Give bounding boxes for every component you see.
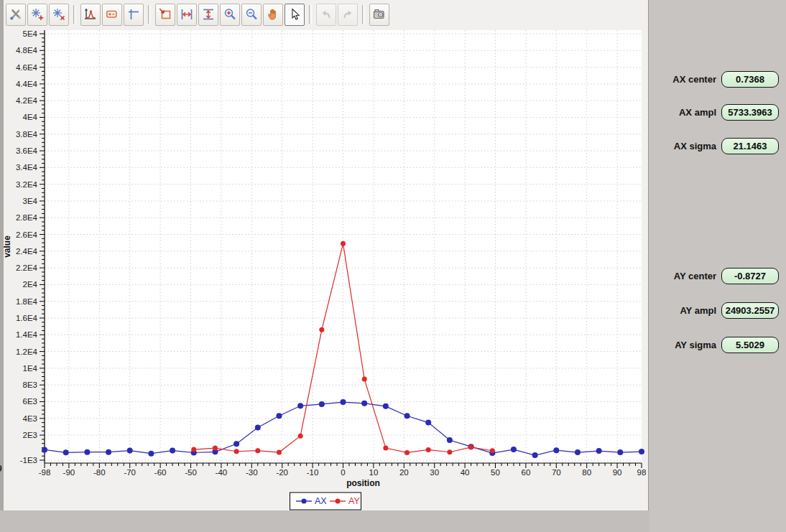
ax-data-point	[276, 413, 282, 419]
ax-sigma-row: AX sigma21.1463	[674, 138, 779, 154]
ay-data-point	[341, 241, 346, 246]
curve-fit-button[interactable]	[80, 4, 101, 26]
x-tick-label: 60	[521, 468, 530, 477]
zoom-rectangle-icon	[158, 7, 172, 22]
y-tick-label: 6E3	[23, 397, 37, 406]
ax-ampl-label: AX ampl	[679, 107, 716, 118]
toolbar-separator	[362, 5, 365, 24]
y-tick-label: 1.6E4	[16, 314, 38, 322]
legend-item-label[interactable]: AX	[315, 496, 327, 506]
y-tick-label: 3E4	[23, 197, 38, 205]
legend[interactable]: AXAY	[290, 493, 361, 510]
ax-data-point	[255, 425, 261, 431]
ax-data-point	[148, 451, 154, 457]
ay-sigma-value-field[interactable]: 5.5029	[721, 337, 779, 353]
zoom-in-button[interactable]	[220, 4, 240, 26]
ay-center-value-field[interactable]: -0.8727	[721, 268, 779, 284]
axes-button[interactable]	[124, 4, 144, 26]
ay-data-point	[468, 444, 473, 449]
undo-icon	[319, 7, 333, 22]
ay-data-point	[319, 327, 324, 332]
y-tick-label: 4.4E4	[16, 80, 38, 88]
ax-data-point	[106, 449, 111, 455]
pan-button[interactable]	[263, 4, 283, 26]
pointer-select-button[interactable]	[285, 4, 305, 26]
label-icon	[105, 7, 119, 22]
legend-item-label[interactable]: AY	[348, 496, 360, 506]
x-tick-label: -50	[185, 468, 197, 477]
ax-data-point	[511, 447, 517, 452]
x-axis-title: position	[346, 478, 380, 488]
ax-data-point	[553, 447, 559, 453]
zoom-rectangle-button[interactable]	[155, 4, 175, 26]
y-tick-label: 5E4	[23, 29, 38, 38]
ay-data-point	[404, 450, 410, 455]
y-tick-label: 4.2E4	[16, 96, 38, 105]
undo-button	[316, 4, 336, 26]
y-tick-label: 1.4E4	[16, 330, 38, 339]
curve-fit-icon	[83, 7, 98, 22]
label-button[interactable]	[102, 4, 122, 26]
ax-center-value-field[interactable]: 0.7368	[721, 71, 779, 88]
ax-ampl-row: AX ampl5733.3963	[679, 104, 779, 121]
ax-data-point	[425, 420, 431, 426]
ay-ampl-value-field[interactable]: 24903.2557	[721, 302, 779, 319]
ay-sigma-row: AY sigma5.5029	[675, 337, 779, 353]
ay-data-point	[298, 434, 303, 439]
ax-data-point	[361, 401, 367, 406]
ax-data-point	[532, 452, 538, 458]
ax-sigma-value-field[interactable]: 21.1463	[721, 138, 779, 154]
axes-icon	[126, 7, 141, 22]
add-marker-icon	[30, 7, 45, 22]
x-tick-label: 80	[582, 468, 591, 477]
x-tick-label: -30	[246, 468, 258, 477]
x-tick-label: 30	[430, 468, 439, 477]
ay-data-point	[426, 447, 431, 452]
ay-data-point	[213, 446, 218, 451]
expand-vertical-button[interactable]	[198, 4, 218, 26]
ay-center-label: AY center	[674, 271, 716, 281]
y-tick-label: 4.6E4	[16, 63, 38, 72]
expand-horizontal-icon	[180, 7, 194, 22]
ax-data-point	[404, 413, 410, 419]
toolbar-separator	[309, 5, 312, 24]
ax-data-point	[319, 401, 325, 407]
add-marker-button[interactable]	[27, 4, 47, 26]
ax-data-point	[170, 448, 175, 454]
tools-icon	[9, 7, 23, 22]
snapshot-button[interactable]	[369, 4, 389, 26]
ay-data-point	[191, 447, 196, 452]
ax-data-point	[84, 449, 90, 455]
ay-sigma-label: AY sigma	[675, 340, 716, 350]
expand-vertical-icon	[201, 7, 216, 22]
y-tick-label: 3.2E4	[16, 180, 38, 189]
chart[interactable]: -98-90-80-70-60-50-40-30-20-100102030405…	[4, 27, 649, 512]
ay-data-point	[255, 448, 260, 453]
x-tick-label: -40	[216, 468, 228, 477]
pan-icon	[266, 7, 280, 22]
pointer-icon	[287, 7, 302, 22]
ax-ampl-value-field[interactable]: 5733.3963	[721, 104, 779, 121]
ay-data-point	[447, 449, 452, 454]
ay-data-point	[490, 448, 495, 453]
tools-button[interactable]	[6, 4, 26, 26]
y-tick-label: 1.8E4	[16, 297, 38, 306]
x-tick-label: -60	[154, 468, 167, 477]
x-tick-label: 50	[491, 468, 500, 477]
toolbar	[5, 3, 390, 26]
ay-data-point	[234, 449, 239, 454]
x-tick-label: -80	[93, 468, 106, 477]
y-tick-label: 1E4	[23, 364, 38, 373]
zoom-out-button[interactable]	[241, 4, 262, 26]
background-strip	[0, 510, 649, 532]
delete-marker-icon	[52, 7, 66, 22]
expand-horizontal-button[interactable]	[177, 4, 197, 26]
y-tick-label: 2.2E4	[16, 263, 38, 272]
ax-data-point	[596, 448, 602, 454]
x-tick-label: -10	[307, 468, 319, 477]
y-axis-title: value	[4, 235, 12, 258]
x-tick-label: 40	[461, 468, 470, 477]
ax-data-point	[617, 449, 623, 455]
delete-marker-button[interactable]	[49, 4, 69, 26]
redo-icon	[341, 7, 355, 22]
